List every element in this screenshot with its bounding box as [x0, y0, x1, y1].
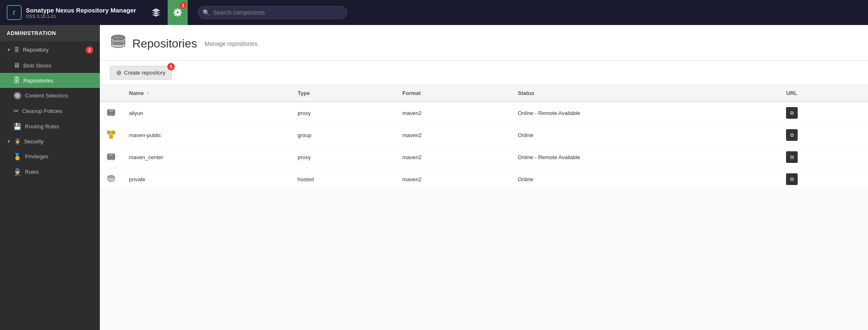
- group-repo-icon: [107, 134, 116, 140]
- content-header: Repositories Manage repositories: [100, 25, 868, 61]
- table-row: aliyun proxy maven2 Online - Remote Avai…: [100, 102, 868, 124]
- blob-stores-icon: 🖥: [13, 62, 20, 69]
- sidebar-label-privileges: Privileges: [25, 153, 48, 160]
- sidebar-item-privileges[interactable]: 🏅 Privileges: [0, 149, 100, 164]
- sidebar-item-content-selectors[interactable]: 🔘 Content Selectors: [0, 88, 100, 103]
- svg-point-11: [108, 154, 114, 156]
- sidebar-item-routing-rules[interactable]: 💾 Routing Rules: [0, 119, 100, 134]
- row-status-cell: Online: [511, 168, 779, 190]
- row-type-cell: proxy: [291, 102, 396, 124]
- security-group-label: Security: [24, 138, 44, 145]
- admin-nav-button[interactable]: 1: [168, 0, 188, 25]
- row-name-cell: private: [122, 168, 291, 190]
- sidebar-label-cleanup-policies: Cleanup Policies: [22, 108, 62, 114]
- copy-icon: ⧉: [790, 132, 794, 138]
- sort-arrow-icon: ↑: [147, 90, 150, 96]
- repo-proxy-icon: [107, 108, 116, 117]
- row-icon-cell: [100, 102, 122, 124]
- copy-icon: ⧉: [790, 176, 794, 182]
- box-icon: [151, 8, 161, 18]
- page-title-icon: [110, 33, 126, 54]
- top-header: r Sonatype Nexus Repository Manager OSS …: [0, 0, 868, 25]
- row-status-cell: Online: [511, 124, 779, 146]
- sidebar-item-repositories[interactable]: 🗄 Repositories: [0, 73, 100, 88]
- sidebar-item-cleanup-policies[interactable]: ✂ Cleanup Policies: [0, 103, 100, 119]
- content-area: Repositories Manage repositories ⊕ Creat…: [100, 25, 868, 330]
- proxy-repo-icon: [107, 112, 116, 118]
- repo-hosted-icon: [107, 174, 116, 183]
- content-selectors-icon: 🔘: [13, 92, 22, 100]
- sidebar-group-security[interactable]: ▼ 👮 Security: [0, 134, 100, 149]
- repositories-table: Name ↑ Type Format Status URL: [100, 85, 868, 190]
- sidebar-repo-badge: 2: [86, 46, 93, 54]
- privileges-icon: 🏅: [13, 152, 22, 160]
- proxy-repo-icon-2: [107, 156, 116, 162]
- copy-url-button[interactable]: ⧉: [786, 107, 798, 119]
- database-icon: [110, 33, 126, 50]
- search-input[interactable]: [198, 6, 347, 19]
- table-container: Name ↑ Type Format Status URL: [100, 85, 868, 330]
- row-status-cell: Online - Remote Available: [511, 146, 779, 168]
- row-format-cell: maven2: [396, 168, 511, 190]
- col-header-icon: [100, 85, 122, 102]
- table-header-row: Name ↑ Type Format Status URL: [100, 85, 868, 102]
- repository-group-label: Repository: [23, 47, 49, 53]
- security-group-icon: 👮: [14, 138, 21, 145]
- toolbar: ⊕ Create repository 3: [100, 61, 868, 85]
- page-title-row: Repositories Manage repositories: [110, 33, 858, 54]
- page-title: Repositories: [132, 37, 197, 50]
- svg-rect-7: [107, 131, 111, 134]
- row-format-cell: maven2: [396, 124, 511, 146]
- table-row: maven_center proxy maven2 Online - Remot…: [100, 146, 868, 168]
- copy-url-button[interactable]: ⧉: [786, 151, 798, 163]
- copy-icon: ⧉: [790, 154, 794, 160]
- app-title: Sonatype Nexus Repository Manager OSS 3.…: [26, 7, 136, 19]
- sidebar-label-routing-rules: Routing Rules: [25, 123, 59, 130]
- repo-proxy-icon-2: [107, 152, 116, 161]
- sidebar-section-title: Administration: [0, 25, 100, 41]
- cleanup-policies-icon: ✂: [13, 107, 19, 115]
- row-icon-cell: [100, 124, 122, 146]
- col-header-status: Status: [511, 85, 779, 102]
- repo-name: maven_center: [129, 154, 163, 160]
- sidebar-label-roles: Roles: [25, 169, 39, 175]
- chevron-down-icon: ▼: [7, 48, 11, 52]
- table-row: maven-public group maven2 Online ⧉: [100, 124, 868, 146]
- copy-icon: ⧉: [790, 110, 794, 116]
- sidebar-item-roles[interactable]: 👮 Roles: [0, 164, 100, 180]
- svg-rect-8: [112, 131, 115, 134]
- sidebar-label-repositories: Repositories: [23, 78, 53, 84]
- search-icon: 🔍: [203, 9, 210, 16]
- main-layout: Administration ▼ 🗄 Repository 2 🖥 Blob S…: [0, 25, 868, 330]
- copy-url-button[interactable]: ⧉: [786, 129, 798, 141]
- search-area: 🔍: [191, 6, 868, 19]
- hosted-repo-icon: [107, 178, 116, 185]
- col-header-type: Type: [291, 85, 396, 102]
- nav-badge: 1: [179, 2, 187, 9]
- svg-rect-9: [109, 135, 113, 138]
- app-logo: r: [7, 5, 22, 20]
- col-header-url: URL: [779, 85, 868, 102]
- row-name-cell: aliyun: [122, 102, 291, 124]
- sidebar-label-blob-stores: Blob Stores: [23, 62, 51, 69]
- row-name-cell: maven_center: [122, 146, 291, 168]
- row-url-cell: ⧉: [779, 146, 868, 168]
- logo-area: r Sonatype Nexus Repository Manager OSS …: [0, 5, 143, 20]
- sidebar-group-repository[interactable]: ▼ 🗄 Repository 2: [0, 41, 100, 58]
- copy-url-button[interactable]: ⧉: [786, 173, 798, 185]
- repository-group-icon: 🗄: [14, 47, 20, 53]
- row-type-cell: hosted: [291, 168, 396, 190]
- page-subtitle: Manage repositories: [205, 40, 258, 47]
- row-type-cell: group: [291, 124, 396, 146]
- row-icon-cell: [100, 168, 122, 190]
- row-type-cell: proxy: [291, 146, 396, 168]
- browse-nav-button[interactable]: [146, 0, 166, 25]
- repo-name: maven-public: [129, 132, 161, 138]
- roles-icon: 👮: [13, 168, 22, 176]
- sidebar-item-blob-stores[interactable]: 🖥 Blob Stores: [0, 58, 100, 73]
- repo-name: private: [129, 176, 145, 182]
- row-format-cell: maven2: [396, 102, 511, 124]
- create-repository-button[interactable]: ⊕ Create repository 3: [110, 66, 172, 80]
- col-header-name[interactable]: Name ↑: [122, 85, 291, 102]
- row-url-cell: ⧉: [779, 124, 868, 146]
